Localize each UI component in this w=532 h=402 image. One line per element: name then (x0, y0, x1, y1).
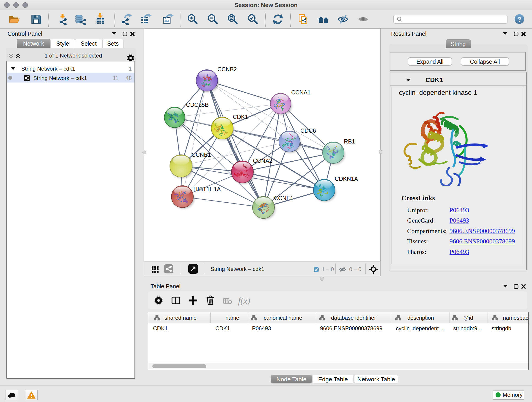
svg-text:CDC25B: CDC25B (186, 102, 209, 108)
svg-text:CDC6: CDC6 (300, 128, 316, 134)
svg-text:RB1: RB1 (344, 138, 355, 145)
svg-text:CDKN1A: CDKN1A (335, 176, 358, 182)
svg-text:CCNA2: CCNA2 (253, 157, 272, 164)
svg-text:CCNE1: CCNE1 (274, 195, 293, 201)
svg-text:HIST1H1A: HIST1H1A (193, 186, 221, 192)
svg-text:CCNA1: CCNA1 (291, 89, 311, 96)
svg-text:CCNB1: CCNB1 (191, 152, 211, 158)
svg-text:CDK1: CDK1 (233, 114, 248, 120)
svg-text:CCNB2: CCNB2 (217, 66, 237, 72)
